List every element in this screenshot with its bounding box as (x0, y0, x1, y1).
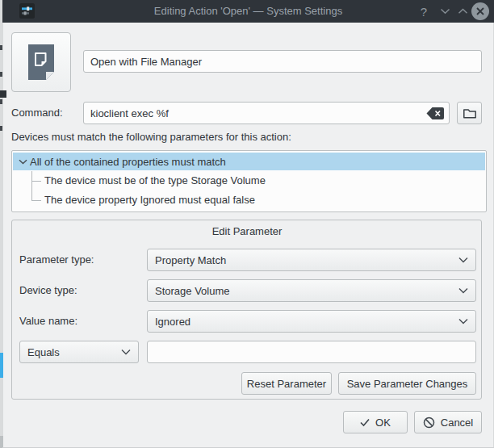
background-selection-sliver (0, 353, 3, 378)
background-artifact (0, 90, 6, 98)
cancel-icon (423, 417, 435, 429)
document-icon (26, 44, 57, 81)
command-label: Command: (11, 102, 63, 124)
chevron-down-icon (121, 349, 131, 355)
chevron-down-icon (458, 318, 468, 324)
tree-item-root[interactable]: All of the contained properties must mat… (13, 153, 485, 170)
checkmark-icon (360, 418, 370, 427)
titlebar[interactable]: Editing Action 'Open' — System Settings … (2, 0, 494, 23)
help-button[interactable]: ? (412, 0, 435, 23)
background-artifact (0, 126, 2, 131)
clear-text-icon[interactable] (425, 107, 445, 120)
background-artifact (0, 45, 2, 50)
browse-file-button[interactable] (457, 102, 482, 124)
minimize-button[interactable] (435, 0, 454, 23)
button-label: Reset Parameter (247, 378, 326, 390)
cancel-button[interactable]: Cancel (414, 411, 482, 433)
maximize-button[interactable] (453, 0, 472, 23)
folder-icon (463, 107, 477, 119)
background-artifact (0, 72, 2, 77)
action-name-input[interactable] (83, 50, 482, 73)
tree-branch-line (31, 171, 32, 200)
expander-chevron-icon[interactable] (19, 159, 28, 165)
close-icon (475, 6, 485, 16)
device-type-label: Device type: (19, 279, 77, 302)
button-label: OK (375, 417, 391, 429)
background-artifact (0, 99, 2, 104)
devices-heading: Devices must match the following paramet… (11, 130, 291, 144)
parameter-tree[interactable]: All of the contained properties must mat… (11, 150, 487, 212)
save-parameter-button[interactable]: Save Parameter Changes (338, 372, 476, 395)
tree-branch-line (31, 200, 41, 201)
group-title: Edit Parameter (0, 225, 494, 237)
background-artifact (0, 436, 3, 448)
device-type-combobox[interactable]: Storage Volume (147, 279, 476, 302)
close-button[interactable] (471, 2, 489, 20)
help-icon: ? (421, 5, 427, 19)
parameter-type-combobox[interactable]: Property Match (147, 249, 476, 271)
background-window-sliver (0, 0, 3, 448)
tree-item-child[interactable]: The device property Ignored must equal f… (44, 191, 255, 209)
reset-parameter-button[interactable]: Reset Parameter (241, 372, 332, 395)
combobox-value: Storage Volume (155, 285, 230, 297)
ok-button[interactable]: OK (343, 411, 408, 433)
chevron-down-icon (440, 8, 450, 15)
chevron-down-icon (458, 287, 468, 294)
tree-item-label: All of the contained properties must mat… (30, 156, 226, 168)
parameter-type-label: Parameter type: (19, 249, 94, 271)
button-label: Save Parameter Changes (347, 378, 468, 390)
value-name-label: Value name: (19, 310, 77, 333)
button-label: Cancel (441, 417, 473, 429)
combobox-value: Property Match (155, 254, 226, 266)
combobox-value: Ignored (155, 316, 190, 328)
chevron-down-icon (458, 257, 468, 263)
combobox-value: Equals (27, 346, 60, 358)
action-icon-button[interactable] (11, 32, 71, 92)
tree-branch-line (31, 181, 41, 182)
dialog-window: Editing Action 'Open' — System Settings … (0, 0, 494, 448)
parameter-value-input[interactable] (147, 341, 476, 363)
operator-combobox[interactable]: Equals (19, 341, 139, 363)
value-name-combobox[interactable]: Ignored (147, 310, 476, 333)
chevron-up-icon (458, 8, 468, 15)
command-input[interactable] (83, 102, 450, 124)
tree-item-child[interactable]: The device must be of the type Storage V… (44, 172, 266, 190)
